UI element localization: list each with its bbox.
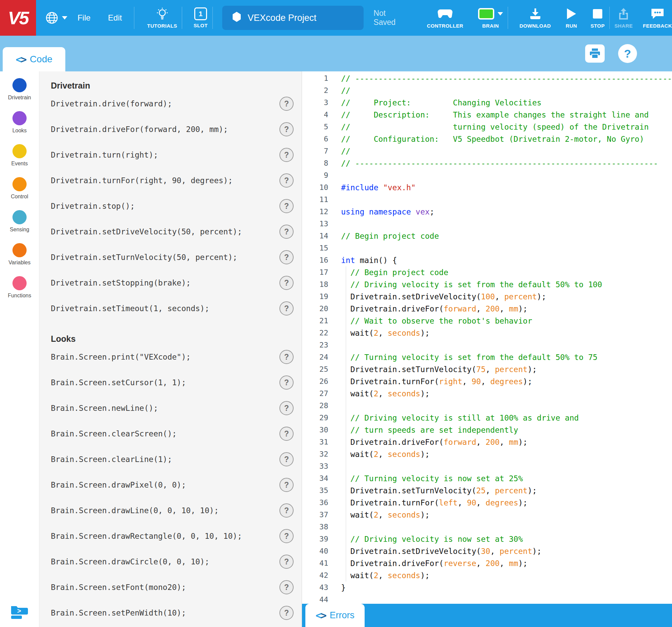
command-help-button[interactable]: ? (280, 606, 294, 620)
code-line[interactable]: 39 // Driving velocity is now set at 30% (302, 533, 672, 545)
code-line[interactable]: 2// (302, 85, 672, 97)
sidebar-item-sensing[interactable]: Sensing (8, 210, 31, 243)
code-line[interactable]: 1// ------------------------------------… (302, 72, 672, 85)
code-line[interactable]: 24 // Turning velocity is set from the d… (302, 351, 672, 363)
command-help-button[interactable]: ? (280, 427, 294, 441)
code-line[interactable]: 38 (302, 521, 672, 533)
command-item[interactable]: Drivetrain.drive(forward);? (51, 91, 294, 117)
code-line[interactable]: 3// Project: Changing Velocities (302, 97, 672, 109)
code-line[interactable]: 27 wait(2, seconds); (302, 388, 672, 400)
code-line[interactable]: 42 wait(2, seconds); (302, 570, 672, 582)
command-item[interactable]: Drivetrain.setDriveVelocity(50, percent)… (51, 219, 294, 244)
code-line[interactable]: 40 Drivetrain.setDriveVelocity(30, perce… (302, 545, 672, 557)
command-help-button[interactable]: ? (280, 276, 294, 290)
tutorials-button[interactable]: TUTORIALS (147, 7, 177, 29)
chevron-down-icon[interactable] (498, 12, 503, 16)
command-help-button[interactable]: ? (280, 401, 294, 415)
command-item[interactable]: Brain.Screen.setCursor(1, 1);? (51, 370, 294, 395)
language-menu-button[interactable] (45, 11, 67, 25)
code-line[interactable]: 16int main() { (302, 254, 672, 266)
brain-button[interactable]: BRAIN (478, 7, 503, 29)
code-line[interactable]: 37 wait(2, seconds); (302, 509, 672, 521)
command-item[interactable]: Brain.Screen.drawRectangle(0, 0, 10, 10)… (51, 523, 294, 549)
sidebar-item-functions[interactable]: Functions (8, 276, 31, 309)
code-line[interactable]: 6// Configuration: V5 Speedbot (Drivetra… (302, 133, 672, 145)
code-line[interactable]: 30 // turn speeds are set independently (302, 424, 672, 436)
code-line[interactable]: 18 // Driving velocity is set from the d… (302, 279, 672, 291)
command-help-button[interactable]: ? (280, 148, 294, 162)
command-item[interactable]: Brain.Screen.print("VEXcode");? (51, 344, 294, 370)
vex-logo[interactable]: V5 (0, 0, 36, 36)
command-item[interactable]: Brain.Screen.newLine();? (51, 395, 294, 421)
command-item[interactable]: Brain.Screen.clearScreen();? (51, 421, 294, 447)
download-button[interactable]: DOWNLOAD (520, 7, 551, 29)
code-line[interactable]: 17 // Begin project code (302, 266, 672, 279)
command-item[interactable]: Brain.Screen.drawLine(0, 0, 10, 10);? (51, 498, 294, 523)
command-item[interactable]: Drivetrain.setTurnVelocity(50, percent);… (51, 244, 294, 270)
sidebar-item-drivetrain[interactable]: Drivetrain (8, 78, 31, 111)
code-line[interactable]: 35 Drivetrain.setTurnVelocity(25, percen… (302, 485, 672, 497)
code-line[interactable]: 25 Drivetrain.setTurnVelocity(75, percen… (302, 363, 672, 376)
command-item[interactable]: Brain.Screen.clearLine(1);? (51, 447, 294, 472)
code-line[interactable]: 23 (302, 339, 672, 351)
command-help-button[interactable]: ? (280, 529, 294, 543)
edit-menu-button[interactable]: Edit (101, 13, 129, 23)
sidebar-item-variables[interactable]: Variables (8, 243, 31, 276)
code-line[interactable]: 9 (302, 169, 672, 182)
code-line[interactable]: 32 wait(2, seconds); (302, 448, 672, 460)
code-line[interactable]: 29 // Driving velocity is still at 100% … (302, 412, 672, 424)
code-line[interactable]: 19 Drivetrain.setDriveVelocity(100, perc… (302, 291, 672, 303)
project-name-button[interactable]: VEXcode Project (222, 6, 364, 30)
command-item[interactable]: Drivetrain.turnFor(right, 90, degrees);? (51, 168, 294, 193)
command-help-button[interactable]: ? (280, 452, 294, 466)
command-item[interactable]: Brain.Screen.setPenWidth(10);? (51, 600, 294, 626)
run-button[interactable]: RUN (566, 7, 577, 29)
code-line[interactable]: 33 (302, 460, 672, 473)
command-help-button[interactable]: ? (280, 250, 294, 264)
slot-button[interactable]: 1 SLOT (194, 7, 208, 28)
code-line[interactable]: 10#include "vex.h" (302, 182, 672, 194)
command-help-button[interactable]: ? (280, 173, 294, 188)
command-help-button[interactable]: ? (280, 580, 294, 594)
code-line[interactable]: 28 (302, 400, 672, 412)
command-item[interactable]: Brain.Screen.setFont(mono20);? (51, 575, 294, 600)
command-item[interactable]: Drivetrain.setStopping(brake);? (51, 270, 294, 296)
code-line[interactable]: 43} (302, 582, 672, 594)
command-help-button[interactable]: ? (280, 503, 294, 517)
code-line[interactable]: 12using namespace vex; (302, 206, 672, 218)
code-line[interactable]: 41 Drivetrain.driveFor(reverse, 200, mm)… (302, 557, 672, 570)
code-line[interactable]: 26 Drivetrain.turnFor(right, 90, degrees… (302, 376, 672, 388)
tab-code[interactable]: <> Code (3, 47, 65, 71)
command-help-button[interactable]: ? (280, 97, 294, 111)
command-item[interactable]: Drivetrain.stop();? (51, 193, 294, 219)
sidebar-item-events[interactable]: Events (8, 144, 31, 177)
command-item[interactable]: Drivetrain.turn(right);? (51, 142, 294, 168)
code-line[interactable]: 14// Begin project code (302, 230, 672, 242)
sidebar-item-control[interactable]: Control (8, 177, 31, 210)
command-help-button[interactable]: ? (280, 478, 294, 492)
command-help-button[interactable]: ? (280, 376, 294, 390)
code-line[interactable]: 31 Drivetrain.driveFor(forward, 200, mm)… (302, 436, 672, 448)
command-help-button[interactable]: ? (280, 122, 294, 136)
toggle-blocks-button[interactable]: > (9, 603, 30, 622)
code-line[interactable]: 13 (302, 218, 672, 230)
feedback-button[interactable]: FEEDBACK (643, 7, 672, 29)
command-item[interactable]: Brain.Screen.drawCircle(0, 0, 10);? (51, 549, 294, 575)
code-line[interactable]: 15 (302, 242, 672, 254)
file-menu-button[interactable]: File (70, 13, 98, 23)
code-line[interactable]: 34 // Turning velocity is now set at 25% (302, 473, 672, 485)
tab-errors[interactable]: <> Errors (305, 604, 365, 627)
stop-button[interactable]: STOP (591, 7, 605, 29)
controller-button[interactable]: CONTROLLER (427, 7, 463, 29)
command-item[interactable]: Brain.Screen.drawPixel(0, 0);? (51, 472, 294, 498)
command-help-button[interactable]: ? (280, 555, 294, 569)
sidebar-item-looks[interactable]: Looks (8, 111, 31, 144)
code-line[interactable]: 20 Drivetrain.driveFor(forward, 200, mm)… (302, 303, 672, 315)
code-line[interactable]: 11 (302, 194, 672, 206)
code-line[interactable]: 21 // Wait to observe the robot's behavi… (302, 315, 672, 327)
code-line[interactable]: 4// Description: This example changes th… (302, 109, 672, 121)
command-help-button[interactable]: ? (280, 199, 294, 213)
code-line[interactable]: 7// (302, 145, 672, 157)
command-help-button[interactable]: ? (280, 302, 294, 315)
code-area[interactable]: 1// ------------------------------------… (302, 71, 672, 604)
